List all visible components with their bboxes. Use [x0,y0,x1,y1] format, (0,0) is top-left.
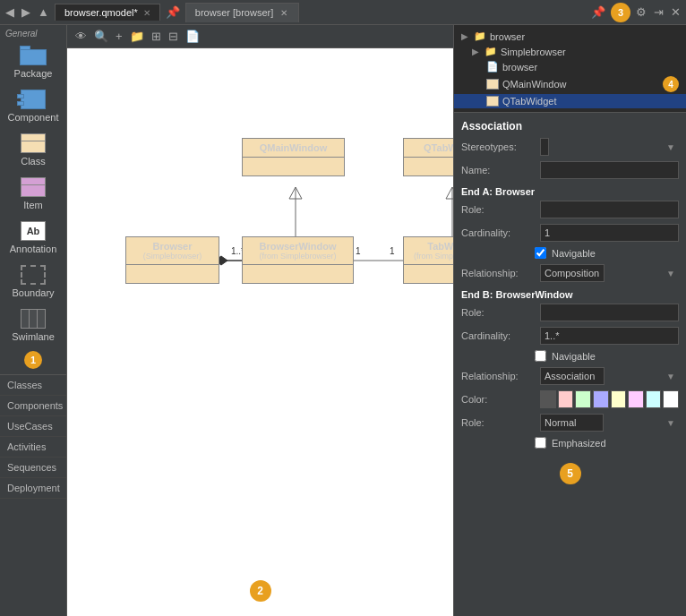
class-qtabwidget-body [404,158,453,175]
component-icon [21,90,46,109]
class-qtabwidget[interactable]: QTabWidget [403,138,453,176]
diagram-badge: 2 [250,580,271,602]
prop-row-color: Color: [461,390,679,408]
color-swatch-3[interactable] [593,390,609,408]
expand-icon: ▶ [461,31,470,41]
tree-label-qmainwindow: QMainWindow [502,79,567,90]
prop-select-relationship-a[interactable]: Association Aggregation Composition [540,264,605,282]
prop-select-role-c[interactable]: Normal Emphasized [540,414,604,432]
tab-browser-close[interactable]: ✕ [279,6,289,20]
zoom-in-btn[interactable]: + [113,28,125,45]
tab-qmodel-label: browser.qmodel* [64,7,138,18]
prop-label-cardinality-a: Cardinality: [461,227,535,238]
grid2-btn[interactable]: ⊟ [166,28,181,45]
close-btn[interactable]: ✕ [669,4,682,21]
tree-item-qtabwidget[interactable]: QTabWidget [454,94,686,108]
boundary-icon [21,265,46,285]
folder-btn[interactable]: 📁 [127,28,147,45]
left-sidebar: General Package Component Class [0,25,67,616]
prop-select-wrapper-rel-b: Association Aggregation Composition ▼ [540,367,679,385]
tab-classes[interactable]: Classes [0,375,66,396]
apply-badge[interactable]: 5 [560,463,581,484]
tab-deployment[interactable]: Deployment [0,478,66,499]
class-browser-header: Browser (Simplebrowser) [126,237,219,265]
tab-qmodel[interactable]: browser.qmodel* ✕ [55,4,160,21]
prop-input-role-b[interactable] [540,304,679,321]
prop-label-navigable-a: Navigable [552,248,596,259]
sidebar-label-item: Item [23,200,42,210]
nav-up[interactable]: ▲ [36,4,51,21]
tab-sequences[interactable]: Sequences [0,458,66,478]
prop-label-name: Name: [461,165,535,175]
tree-item-browser-node[interactable]: 📄 browser [454,59,686,74]
doc-btn[interactable]: 📄 [183,28,202,45]
sidebar-item-component[interactable]: Component [0,84,66,128]
sidebar-item-package[interactable]: Package [0,40,66,84]
color-swatch-2[interactable] [575,390,591,408]
tree-item-browser-root[interactable]: ▶ 📁 browser [454,29,686,44]
tree-label-browser-node: browser [502,62,537,73]
class-browser-subtitle: (Simplebrowser) [133,252,211,261]
prop-label-role-c: Role: [461,417,535,428]
prop-input-name[interactable] [540,161,679,179]
tab-browser[interactable]: browser [browser] ✕ [185,3,299,22]
tab-qmodel-close[interactable]: ✕ [143,8,150,18]
prop-input-cardinality-b[interactable] [540,327,679,345]
color-swatch-6[interactable] [646,390,662,408]
sidebar-item-annotation[interactable]: Ab Annotation [0,216,66,260]
color-swatch-0[interactable] [540,390,556,408]
sidebar-item-boundary[interactable]: Boundary [0,260,66,304]
class-browserwindow[interactable]: BrowserWindow (from Simplebrowser) [242,236,354,284]
prop-checkbox-navigable-a[interactable] [535,247,546,259]
tab-nav-pin2[interactable]: 📌 [589,4,607,21]
class-tabwidget[interactable]: TabWidget (from Simplebrowser) [403,236,453,284]
zoom-out-btn[interactable]: 🔍 [91,28,111,45]
prop-checkbox-emphasized[interactable] [535,437,546,449]
sidebar-item-class[interactable]: Class [0,128,66,172]
sidebar-label-class: Class [21,156,46,167]
color-swatch-4[interactable] [611,390,627,408]
class-qmainwindow[interactable]: QMainWindow [242,138,345,176]
prop-select-stereotypes[interactable] [540,138,549,156]
tree-view: ▶ 📁 browser ▶ 📁 Simplebrowser 📄 browser … [454,25,686,113]
prop-select-relationship-b[interactable]: Association Aggregation Composition [540,367,605,385]
class-icon-tree [486,79,499,90]
tab-nav-pin[interactable]: 📌 [164,4,182,21]
prop-input-role-a[interactable] [540,201,679,218]
tab-usecases[interactable]: UseCases [0,416,66,437]
sidebar-label-package: Package [14,68,53,79]
prop-checkbox-navigable-b[interactable] [535,350,546,362]
tab-activities[interactable]: Activities [0,437,66,458]
main-content: General Package Component Class [0,25,686,616]
dock-btn[interactable]: ⇥ [652,4,665,21]
nav-forward[interactable]: ▶ [20,4,32,21]
class-tabwidget-body [404,265,453,283]
sidebar-label-component: Component [8,112,59,123]
sidebar-label-boundary: Boundary [12,287,54,298]
item-icon [21,177,46,197]
expand-icon-2: ▶ [472,47,481,56]
settings-btn[interactable]: ⚙ [634,4,648,21]
nav-back[interactable]: ◀ [4,4,16,21]
prop-label-relationship-b: Relationship: [461,371,535,381]
swimlane-icon [21,309,46,329]
tree-label-browser-root: browser [490,31,525,42]
canvas-toolbar: 👁 🔍 + 📁 ⊞ ⊟ 📄 [67,25,453,48]
prop-select-wrapper-stereotypes: ▼ [540,138,679,156]
grid-btn[interactable]: ⊞ [149,28,164,45]
tree-item-simplebrowser[interactable]: ▶ 📁 Simplebrowser [454,44,686,59]
tree-item-qmainwindow[interactable]: QMainWindow 4 [454,74,686,94]
sidebar-item-swimlane[interactable]: Swimlane [0,304,66,347]
prop-input-cardinality-a[interactable] [540,224,679,242]
color-swatch-1[interactable] [558,390,574,408]
view-btn[interactable]: 👁 [73,28,90,45]
class-browser[interactable]: Browser (Simplebrowser) [125,236,219,284]
prop-row-role-c: Role: Normal Emphasized ▼ [461,414,679,432]
svg-marker-1 [289,187,302,199]
tab-components[interactable]: Components [0,396,66,416]
canvas-area[interactable]: 1..*1 1 1 QMainWindow QTabWidget [67,48,453,616]
sidebar-item-item[interactable]: Item [0,172,66,216]
color-swatch-7[interactable] [663,390,679,408]
class-qmainwindow-body [243,158,344,175]
color-swatch-5[interactable] [628,390,644,408]
